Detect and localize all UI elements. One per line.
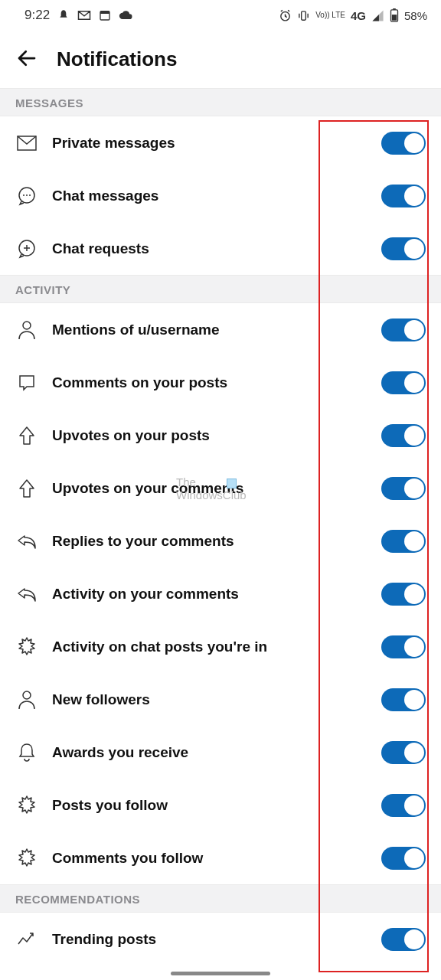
row-label: Posts you follow <box>52 797 368 814</box>
reply-icon <box>15 533 38 550</box>
gmail-icon <box>77 10 91 21</box>
battery-percent: 58% <box>404 9 427 22</box>
row-mentions: Mentions of u/username <box>0 303 441 356</box>
row-chat-requests: Chat requests <box>0 222 441 275</box>
toggle-trending[interactable] <box>381 928 426 951</box>
svg-point-14 <box>23 691 31 699</box>
user-icon <box>15 690 38 710</box>
notification-dot-icon <box>57 9 70 21</box>
row-replies: Replies to your comments <box>0 514 441 567</box>
row-comments-follow: Comments you follow <box>0 831 441 884</box>
row-private-messages: Private messages <box>0 116 441 169</box>
toggle-chat-requests[interactable] <box>381 237 426 260</box>
user-icon <box>15 320 38 340</box>
upvote-icon <box>15 426 38 446</box>
toggle-posts-follow[interactable] <box>381 794 426 817</box>
cloud-icon <box>119 10 134 21</box>
svg-rect-5 <box>393 8 396 10</box>
section-header-activity: ACTIVITY <box>0 275 441 303</box>
row-upvotes-comments: Upvotes on your comments <box>0 462 441 514</box>
reply-icon <box>15 586 38 603</box>
battery-icon <box>390 8 399 22</box>
row-new-followers: New followers <box>0 673 441 726</box>
bell-icon <box>15 743 38 763</box>
row-label: Activity on your comments <box>52 586 368 603</box>
row-label: Awards you receive <box>52 744 368 761</box>
row-awards: Awards you receive <box>0 726 441 779</box>
toggle-awards[interactable] <box>381 741 426 764</box>
toggle-replies[interactable] <box>381 530 426 553</box>
toggle-comments-follow[interactable] <box>381 847 426 870</box>
svg-rect-3 <box>302 11 306 19</box>
row-comments-posts: Comments on your posts <box>0 356 441 409</box>
network-type: 4G <box>351 9 366 22</box>
row-label: Trending posts <box>52 931 368 948</box>
home-indicator[interactable] <box>171 972 270 975</box>
burst-icon <box>15 795 38 815</box>
toggle-chat-messages[interactable] <box>381 185 426 207</box>
toggle-activity-chat-posts[interactable] <box>381 635 426 658</box>
burst-icon <box>15 637 38 657</box>
toggle-upvotes-posts[interactable] <box>381 424 426 447</box>
back-button[interactable] <box>15 47 38 73</box>
status-bar: 9:22 Vo)) LTE 4G 58% <box>0 0 441 31</box>
status-time: 9:22 <box>24 8 50 23</box>
comment-icon <box>15 374 38 392</box>
svg-point-9 <box>23 194 24 196</box>
status-right: Vo)) LTE 4G 58% <box>279 8 427 22</box>
status-left: 9:22 <box>24 8 134 23</box>
row-posts-follow: Posts you follow <box>0 779 441 831</box>
row-label: Chat requests <box>52 240 368 257</box>
vibrate-icon <box>297 9 310 22</box>
svg-point-11 <box>29 194 31 196</box>
trend-icon <box>15 932 38 947</box>
row-label: Private messages <box>52 135 368 152</box>
row-activity-chat-posts: Activity on chat posts you're in <box>0 620 441 673</box>
svg-point-10 <box>26 194 28 196</box>
toggle-activity-comments[interactable] <box>381 583 426 606</box>
section-header-messages: MESSAGES <box>0 88 441 116</box>
toggle-upvotes-comments[interactable] <box>381 477 426 500</box>
row-label: Comments on your posts <box>52 374 368 391</box>
volte-icon: Vo)) LTE <box>315 11 345 19</box>
page-title: Notifications <box>57 47 177 71</box>
row-trending: Trending posts <box>0 913 441 965</box>
section-header-recommendations: RECOMMENDATIONS <box>0 884 441 913</box>
row-label: Mentions of u/username <box>52 322 368 338</box>
upvote-icon <box>15 479 38 498</box>
calendar-icon <box>99 9 111 21</box>
row-label: Upvotes on your comments <box>52 480 368 497</box>
burst-icon <box>15 848 38 868</box>
toggle-private-messages[interactable] <box>381 132 426 155</box>
toggle-new-followers[interactable] <box>381 688 426 711</box>
row-label: Chat messages <box>52 188 368 204</box>
row-label: Replies to your comments <box>52 533 368 550</box>
mail-icon <box>15 136 38 151</box>
row-label: Activity on chat posts you're in <box>52 639 368 655</box>
toggle-comments-posts[interactable] <box>381 371 426 394</box>
signal-icon <box>371 9 384 22</box>
svg-rect-6 <box>392 15 397 21</box>
chat-icon <box>15 186 38 206</box>
header: Notifications <box>0 31 441 88</box>
row-chat-messages: Chat messages <box>0 169 441 222</box>
chat-plus-icon <box>15 239 38 259</box>
alarm-icon <box>279 9 292 22</box>
arrow-left-icon <box>15 47 38 70</box>
toggle-mentions[interactable] <box>381 318 426 341</box>
row-label: Upvotes on your posts <box>52 427 368 444</box>
row-label: New followers <box>52 691 368 708</box>
row-activity-comments: Activity on your comments <box>0 567 441 620</box>
svg-point-13 <box>23 322 31 329</box>
row-upvotes-posts: Upvotes on your posts <box>0 409 441 462</box>
row-label: Comments you follow <box>52 850 368 867</box>
svg-rect-1 <box>100 11 109 14</box>
